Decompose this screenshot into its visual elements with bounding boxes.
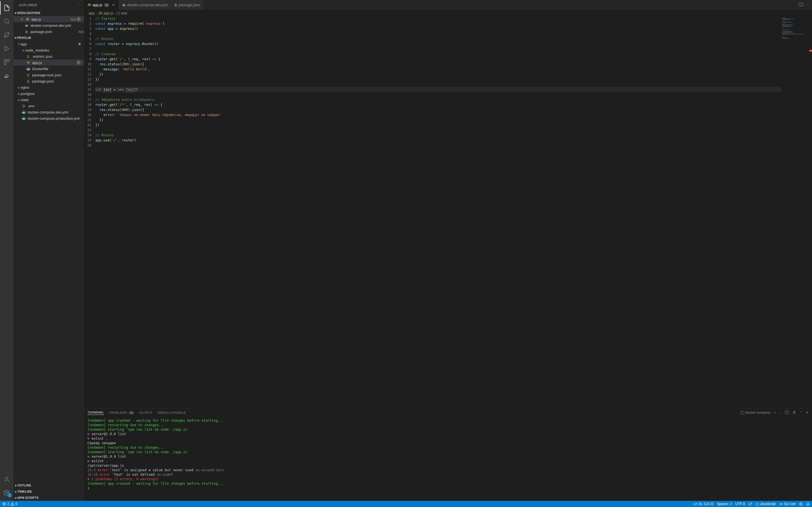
status-lang[interactable]: { }JavaScript bbox=[756, 502, 776, 506]
svg-point-2 bbox=[4, 36, 6, 38]
file-icon: 🐳 bbox=[122, 3, 125, 6]
status-feedback-icon[interactable] bbox=[799, 502, 803, 506]
file-icon: {} bbox=[174, 3, 177, 6]
debug-console-tab[interactable]: DEBUG CONSOLE bbox=[158, 411, 186, 414]
minimap[interactable] bbox=[781, 16, 812, 408]
tree-item[interactable]: 🐳docker-compose.production.yml bbox=[13, 115, 84, 121]
close-tab-icon[interactable]: ✕ bbox=[112, 3, 115, 7]
more-actions-icon[interactable]: ⋯ bbox=[806, 3, 810, 7]
tree-item[interactable]: nginx bbox=[13, 84, 84, 91]
docker-activity[interactable] bbox=[0, 69, 13, 82]
tree-item[interactable]: postgres bbox=[13, 91, 84, 97]
symbol-icon: ▢ bbox=[117, 11, 120, 15]
settings-activity[interactable]: 1 bbox=[0, 486, 13, 500]
file-icon: 🐳 bbox=[24, 24, 29, 27]
tree-item[interactable]: app bbox=[13, 41, 84, 47]
open-editors-header[interactable]: OPEN EDITORS bbox=[13, 10, 84, 16]
svg-rect-3 bbox=[4, 59, 6, 61]
close-panel-icon[interactable]: ✕ bbox=[806, 411, 809, 414]
panel: TERMINAL PROBLEMS 2 OUTPUT DEBUG CONSOLE… bbox=[84, 408, 812, 501]
timeline-header[interactable]: TIMELINE bbox=[13, 489, 84, 495]
proglib-header[interactable]: PROGLIB bbox=[13, 35, 84, 41]
terminal-output[interactable]: [nodemon] app crashed - waiting for file… bbox=[84, 417, 812, 501]
js-icon: JS bbox=[98, 11, 102, 15]
open-editor-item[interactable]: {}package.jsonapp bbox=[13, 29, 84, 35]
new-terminal-icon[interactable]: + bbox=[774, 411, 776, 414]
editor-tabs: JSapp.js2✕🐳docker-compose.dev.yml{}packa… bbox=[84, 0, 812, 10]
svg-point-19 bbox=[800, 503, 802, 505]
status-problems[interactable]: 2 0 bbox=[2, 502, 17, 506]
breadcrumb[interactable]: app › JS app.js › ▢ test bbox=[84, 10, 812, 16]
file-icon: {} bbox=[24, 30, 29, 33]
status-eol[interactable]: LF bbox=[748, 502, 752, 506]
svg-rect-10 bbox=[741, 411, 744, 414]
code-editor[interactable]: 1234567891011121314151617181920212223242… bbox=[84, 16, 781, 408]
svg-point-6 bbox=[6, 477, 8, 480]
tree-item[interactable]: JSapp.js2 bbox=[13, 59, 84, 66]
tree-item[interactable]: {}package-lock.json bbox=[13, 72, 84, 78]
open-editor-item[interactable]: ✕JSapp.jsapp2 bbox=[13, 16, 84, 22]
sidebar: EXPLORER ⋯ OPEN EDITORS ✕JSapp.jsapp2🐳do… bbox=[13, 0, 84, 501]
svg-point-20 bbox=[800, 503, 801, 504]
error-marker bbox=[809, 50, 812, 52]
scm-activity[interactable] bbox=[0, 28, 13, 42]
svg-point-7 bbox=[6, 492, 8, 494]
terminal-tab[interactable]: TERMINAL bbox=[87, 411, 104, 415]
tree-item[interactable]: ⚙.env bbox=[13, 103, 84, 109]
svg-rect-4 bbox=[7, 59, 9, 61]
svg-rect-5 bbox=[4, 62, 6, 64]
file-icon: JS bbox=[25, 18, 30, 21]
svg-point-17 bbox=[12, 505, 12, 505]
editor-area: JSapp.js2✕🐳docker-compose.dev.yml{}packa… bbox=[84, 0, 812, 501]
tree-item[interactable]: node_modules bbox=[13, 47, 84, 53]
tree-item[interactable]: {}package.json bbox=[13, 78, 84, 84]
extensions-activity[interactable] bbox=[0, 55, 13, 69]
svg-point-0 bbox=[4, 19, 8, 23]
status-bar: 2 0 Ln 15, Col 22 Spaces: 2 UTF-8 LF { }… bbox=[0, 501, 812, 507]
accounts-activity[interactable] bbox=[0, 473, 13, 486]
tree-item[interactable]: 🐳Dockerfile bbox=[13, 66, 84, 72]
svg-point-21 bbox=[801, 503, 802, 504]
terminal-select[interactable]: docker-compose bbox=[741, 411, 770, 414]
settings-badge: 1 bbox=[7, 493, 12, 497]
kill-terminal-icon[interactable] bbox=[792, 410, 796, 415]
terminal-dropdown-icon[interactable]: ⌄ bbox=[779, 411, 781, 414]
editor-tab[interactable]: 🐳docker-compose.dev.yml bbox=[119, 0, 171, 10]
output-tab[interactable]: OUTPUT bbox=[139, 411, 153, 414]
search-activity[interactable] bbox=[0, 15, 13, 28]
split-terminal-icon[interactable] bbox=[785, 410, 789, 415]
tree-item[interactable]: {}.eslintrc.json bbox=[13, 53, 84, 59]
svg-point-18 bbox=[781, 503, 781, 504]
status-spaces[interactable]: Spaces: 2 bbox=[717, 502, 732, 506]
outline-header[interactable]: OUTLINE bbox=[13, 482, 84, 489]
status-encoding[interactable]: UTF-8 bbox=[735, 502, 745, 506]
maximize-panel-icon[interactable]: ⌃ bbox=[800, 411, 802, 414]
status-ln-col[interactable]: Ln 15, Col 22 bbox=[693, 502, 713, 506]
explorer-activity[interactable] bbox=[0, 1, 13, 15]
modified-dot bbox=[79, 43, 81, 45]
status-go-live[interactable]: Go Live bbox=[779, 502, 796, 506]
file-icon: JS bbox=[87, 3, 91, 6]
status-bell-icon[interactable] bbox=[806, 502, 810, 506]
sidebar-title: EXPLORER bbox=[19, 3, 37, 7]
editor-tab[interactable]: {}package.json bbox=[171, 0, 204, 10]
npm-scripts-header[interactable]: NPM SCRIPTS bbox=[13, 495, 84, 501]
run-activity[interactable] bbox=[0, 42, 13, 55]
more-icon[interactable]: ⋯ bbox=[78, 3, 81, 7]
problems-tab[interactable]: PROBLEMS 2 bbox=[109, 411, 134, 414]
tree-item[interactable]: static bbox=[13, 97, 84, 103]
editor-tab[interactable]: JSapp.js2✕ bbox=[84, 0, 119, 10]
tree-item[interactable]: 🐳docker-compose.dev.yml bbox=[13, 109, 84, 115]
svg-point-1 bbox=[8, 33, 9, 34]
open-editor-item[interactable]: 🐳docker-compose.dev.yml bbox=[13, 22, 84, 29]
split-editor-icon[interactable] bbox=[799, 2, 803, 8]
activity-bar: 1 bbox=[0, 0, 13, 501]
